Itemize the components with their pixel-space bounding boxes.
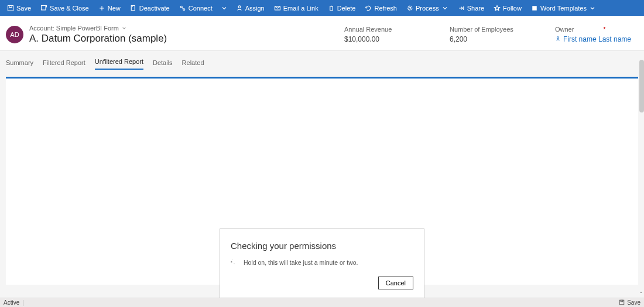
svg-rect-3 [131,5,135,10]
header-fields: Annual Revenue $10,000.00 Number of Empl… [344,26,639,43]
svg-rect-9 [532,6,537,11]
word-templates-button[interactable]: Word Templates [526,0,601,16]
process-label: Process [416,5,439,12]
follow-label: Follow [503,5,522,12]
divider [23,300,23,306]
save-icon [7,5,14,12]
tab-unfiltered-report[interactable]: Unfiltered Report [95,56,143,70]
tab-details[interactable]: Details [153,57,173,70]
gear-icon [406,5,413,12]
tabs: Summary Filtered Report Unfiltered Repor… [0,51,644,70]
refresh-icon [365,5,372,12]
chevron-down-icon [589,5,596,12]
assign-label: Assign [245,5,265,12]
delete-icon [328,5,335,12]
chevron-down-icon [121,25,127,31]
annual-revenue-field: Annual Revenue $10,000.00 [344,26,415,43]
delete-button[interactable]: Delete [323,0,361,16]
required-indicator: * [603,26,605,33]
status-left: Active [4,299,23,306]
assign-icon [236,5,243,12]
word-icon [531,5,538,12]
email-link-label: Email a Link [283,5,318,12]
email-icon [274,5,281,12]
owner-field: Owner * First name Last name [555,26,631,43]
record-header: AD Account: Simple PowerBI Form A. Datum… [0,16,644,51]
chevron-down-icon [221,5,228,12]
owner-link[interactable]: First name Last name [555,35,631,43]
chevron-down-icon [441,5,448,12]
breadcrumb-text: Account: Simple PowerBI Form [29,25,119,32]
annual-revenue-value: $10,000.00 [344,35,415,43]
permissions-modal: Checking your permissions •˙ ̣ Hold on, … [220,228,424,298]
avatar-initials: AD [10,31,19,38]
save-icon [619,299,625,306]
status-active: Active [4,299,19,306]
email-link-button[interactable]: Email a Link [269,0,323,16]
breadcrumb[interactable]: Account: Simple PowerBI Form [29,25,344,32]
save-button[interactable]: Save [2,0,36,16]
svg-point-8 [409,7,411,9]
connect-label: Connect [189,5,213,12]
follow-button[interactable]: Follow [489,0,526,16]
annual-revenue-label: Annual Revenue [344,26,415,33]
svg-point-6 [238,5,241,8]
scrollbar[interactable] [639,60,644,112]
modal-body: •˙ ̣ Hold on, this will take just a minu… [231,259,413,266]
svg-rect-0 [8,5,13,11]
status-save-label: Save [627,299,640,306]
deactivate-button[interactable]: Deactivate [125,0,174,16]
plus-icon [98,5,105,12]
svg-rect-1 [9,5,12,7]
new-label: New [108,5,121,12]
cancel-button[interactable]: Cancel [378,277,413,289]
refresh-label: Refresh [374,5,397,12]
connect-icon [179,5,186,12]
employees-value: 6,200 [450,35,520,43]
svg-rect-2 [42,5,46,10]
word-templates-label: Word Templates [540,5,587,12]
tab-filtered-report[interactable]: Filtered Report [43,57,85,70]
save-label: Save [16,5,31,12]
avatar: AD [6,26,23,43]
status-save-button[interactable]: Save [619,299,640,306]
record-title: A. Datum Corporation (sample) [29,33,344,45]
command-bar: Save Save & Close New Deactivate Connect… [0,0,644,16]
employees-field: Number of Employees 6,200 [450,26,520,43]
modal-footer: Cancel [231,277,413,289]
modal-title: Checking your permissions [231,241,413,251]
spinner-icon: •˙ ̣ [231,259,238,266]
share-icon [458,5,465,12]
svg-rect-12 [621,300,623,302]
save-close-label: Save & Close [50,5,89,12]
new-button[interactable]: New [94,0,125,16]
save-close-button[interactable]: Save & Close [36,0,94,16]
employees-label: Number of Employees [450,26,520,33]
svg-point-10 [557,36,559,38]
assign-button[interactable]: Assign [231,0,269,16]
owner-value: First name Last name [563,35,631,43]
person-icon [555,35,561,43]
connect-dropdown[interactable] [217,0,231,16]
tab-summary[interactable]: Summary [6,57,33,70]
connect-button[interactable]: Connect [174,0,217,16]
deactivate-label: Deactivate [139,5,170,12]
tab-related[interactable]: Related [182,57,204,70]
share-button[interactable]: Share [453,0,489,16]
save-close-icon [40,5,47,12]
deactivate-icon [130,5,137,12]
scroll-down-icon[interactable] [638,289,644,295]
svg-rect-11 [619,300,624,305]
process-button[interactable]: Process [402,0,453,16]
refresh-button[interactable]: Refresh [360,0,402,16]
share-label: Share [467,5,484,12]
owner-label: Owner [555,26,574,33]
status-bar: Active Save [0,298,644,307]
modal-message: Hold on, this will take just a minute or… [244,259,358,266]
delete-label: Delete [337,5,356,12]
star-icon [494,5,501,12]
title-block: Account: Simple PowerBI Form A. Datum Co… [29,25,344,45]
